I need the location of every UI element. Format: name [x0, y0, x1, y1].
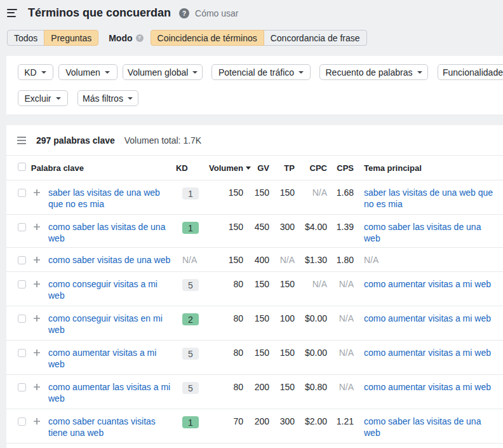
volume-total: Volumen total: 1.7K: [124, 135, 201, 146]
volume-value: 70: [203, 409, 243, 427]
cpc-value: $2.00: [295, 409, 327, 427]
add-to-list-icon[interactable]: [33, 383, 41, 391]
table-row: como conseguir visitas en mi web28015010…: [6, 306, 503, 341]
gv-value: 150: [243, 341, 269, 358]
add-to-list-icon[interactable]: [33, 223, 41, 231]
cpc-value: N/A: [295, 180, 327, 198]
row-checkbox[interactable]: [18, 315, 26, 323]
add-to-list-icon[interactable]: [33, 256, 41, 264]
chevron-down-icon: [192, 71, 198, 74]
tema-principal-link[interactable]: como saber las visitas de una web: [354, 215, 503, 244]
col-header-cpc[interactable]: CPC: [295, 163, 327, 173]
row-checkbox[interactable]: [18, 189, 26, 197]
filter-button-volumen-global[interactable]: Volumen global: [123, 64, 203, 80]
row-checkbox[interactable]: [18, 417, 26, 426]
filter-button-potencial-de-tr-fico[interactable]: Potencial de tráfico: [211, 64, 311, 80]
gv-value: 150: [243, 306, 269, 324]
col-header-kd[interactable]: KD: [176, 163, 203, 173]
keyword-link[interactable]: saber las visitas de una web que no es m…: [42, 180, 176, 210]
results-panel: 297 palabras clave Volumen total: 1.7K P…: [6, 125, 503, 448]
add-to-list-icon[interactable]: [33, 315, 41, 322]
kd-badge: 1: [182, 222, 199, 234]
row-checkbox[interactable]: [18, 383, 26, 391]
mode-label: Modo: [109, 33, 132, 43]
cps-value: 1.21: [327, 409, 354, 427]
tp-value: 150: [269, 272, 295, 290]
keyword-count: 297 palabras clave: [36, 135, 115, 146]
col-header-tema[interactable]: Tema principal: [354, 163, 503, 173]
cpc-value: $1.30: [295, 248, 327, 266]
tp-value: 300: [269, 409, 295, 427]
col-header-keyword[interactable]: Palabra clave: [31, 163, 176, 173]
filter-button-m-s-filtros[interactable]: Más filtros: [77, 90, 138, 106]
list-options-icon[interactable]: [17, 137, 26, 144]
col-header-gv[interactable]: GV: [243, 163, 269, 173]
chevron-down-icon: [105, 71, 110, 74]
filter-button-excluir[interactable]: Excluir: [18, 90, 68, 106]
col-header-cps[interactable]: CPS: [327, 163, 354, 173]
keyword-link[interactable]: como aumentar visitas a mi web: [42, 341, 176, 370]
cpc-value: $0.00: [295, 341, 327, 358]
kd-value: N/A: [182, 255, 197, 265]
row-checkbox[interactable]: [18, 256, 26, 264]
cps-value: 1.68: [327, 180, 354, 198]
tab-concordancia[interactable]: Concordancia de frase: [264, 30, 367, 46]
tema-principal-link[interactable]: como aumentar visitas a mi web: [354, 306, 503, 324]
gv-value: 150: [243, 272, 269, 290]
filter-button-volumen[interactable]: Volumen: [58, 64, 117, 80]
col-header-volume[interactable]: Volumen: [203, 163, 243, 173]
kd-badge: 1: [182, 187, 199, 200]
filter-button-recuento-de-palabras[interactable]: Recuento de palabras: [319, 64, 428, 80]
tema-principal-link[interactable]: saber las visitas de una web que no es m…: [354, 180, 503, 210]
mode-bar: Todos Preguntas Modo ? Coincidencia de t…: [7, 30, 503, 46]
menu-icon[interactable]: [7, 9, 18, 18]
keyword-link[interactable]: como aumentar las visitas a mi web: [42, 375, 176, 404]
row-checkbox[interactable]: [18, 280, 26, 288]
select-all-checkbox[interactable]: [18, 163, 26, 171]
filter-button-kd[interactable]: KD: [18, 64, 53, 80]
add-to-list-icon[interactable]: [33, 189, 41, 196]
add-to-list-icon[interactable]: [33, 349, 41, 356]
volume-value: 150: [203, 248, 243, 266]
mode-help-icon[interactable]: ?: [136, 34, 144, 42]
table-row: como conseguir visitas a mi web580150150…: [6, 272, 503, 306]
kd-badge: 2: [182, 313, 199, 325]
add-to-list-icon[interactable]: [33, 280, 41, 288]
tp-value: 150: [269, 375, 295, 393]
add-to-list-icon[interactable]: [33, 417, 41, 425]
table-row: como saber cuantas visitas tiene una web…: [6, 409, 503, 444]
volume-value: 80: [203, 272, 243, 290]
how-to-use-link[interactable]: Cómo usar: [195, 8, 238, 18]
keyword-link[interactable]: como conseguir visitas en mi web: [42, 306, 176, 336]
col-header-tp[interactable]: TP: [269, 163, 295, 173]
kd-badge: 5: [182, 382, 199, 394]
gv-value: 150: [243, 180, 269, 198]
filters-panel: KDVolumenVolumen globalPotencial de tráf…: [6, 56, 503, 114]
tab-todos[interactable]: Todos: [7, 30, 44, 46]
table-toolbar: 297 palabras clave Volumen total: 1.7K: [6, 125, 503, 156]
table-row: como saber visitas de una webN/A150400N/…: [6, 248, 503, 272]
keyword-link[interactable]: como saber visitas de una web: [42, 248, 176, 266]
keyword-link[interactable]: como conseguir visitas a mi web: [42, 272, 176, 301]
chevron-down-icon: [128, 97, 133, 100]
tp-value: N/A: [269, 248, 295, 266]
tp-value: 150: [269, 341, 295, 358]
keyword-link[interactable]: como saber las visitas de una web: [42, 215, 176, 244]
tema-principal-link[interactable]: como aumentar visitas a mi web: [354, 272, 503, 290]
tab-coincidencia[interactable]: Coincidencia de términos: [151, 30, 264, 46]
tema-principal-link[interactable]: como saber las visitas de una web: [354, 409, 503, 438]
filter-button-funcionalidades[interactable]: Funcionalidades: [438, 64, 503, 80]
tema-principal-link[interactable]: como aumentar visitas a mi web: [354, 341, 503, 358]
help-icon[interactable]: ?: [179, 8, 189, 18]
table-row: como saber las visitas de una web1150450…: [6, 215, 503, 248]
tab-preguntas[interactable]: Preguntas: [44, 30, 98, 46]
cps-value: N/A: [327, 272, 354, 290]
tema-principal-link[interactable]: como aumentar visitas a mi web: [354, 375, 503, 393]
keyword-link[interactable]: como saber cuantas visitas tiene una web: [42, 409, 176, 438]
row-checkbox[interactable]: [18, 223, 26, 231]
chevron-down-icon: [417, 71, 422, 74]
row-checkbox[interactable]: [18, 349, 26, 357]
kd-badge: 1: [182, 416, 199, 428]
cps-value: N/A: [327, 306, 354, 324]
kd-badge: 5: [182, 279, 199, 291]
